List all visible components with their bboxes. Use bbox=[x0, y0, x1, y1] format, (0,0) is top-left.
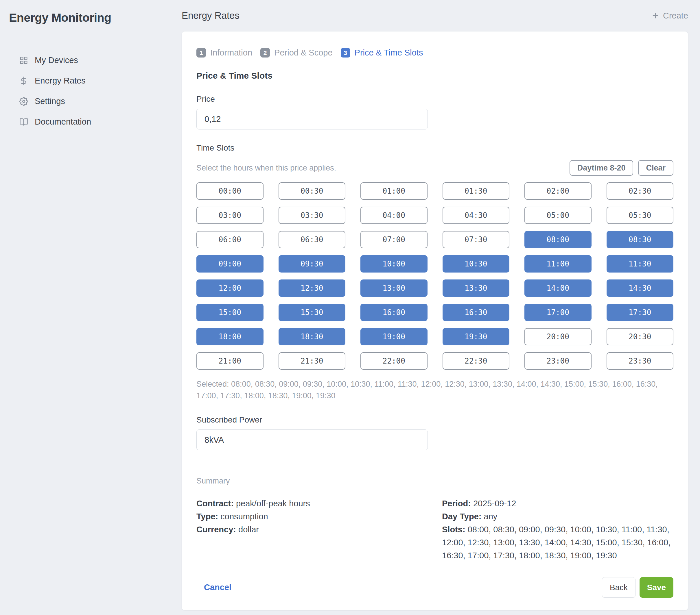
time-slot-button[interactable]: 23:00 bbox=[524, 352, 591, 370]
summary-slots: Slots: 08:00, 08:30, 09:00, 09:30, 10:00… bbox=[442, 523, 673, 562]
time-slot-button[interactable]: 06:30 bbox=[278, 231, 346, 248]
time-slot-button[interactable]: 20:30 bbox=[607, 328, 674, 345]
cancel-link[interactable]: Cancel bbox=[204, 582, 232, 592]
time-slot-button[interactable]: 15:30 bbox=[278, 304, 346, 321]
time-slots-actions: Daytime 8-20 Clear bbox=[570, 160, 673, 176]
time-slot-button[interactable]: 08:00 bbox=[524, 231, 591, 248]
time-slot-button[interactable]: 14:00 bbox=[524, 280, 591, 297]
summary-period: Period: 2025-09-12 bbox=[442, 497, 673, 510]
time-slot-button[interactable]: 01:30 bbox=[442, 182, 510, 200]
main-content: Energy Rates Create 1 Information 2 Peri… bbox=[182, 0, 688, 610]
step-label: Price & Time Slots bbox=[355, 48, 423, 57]
time-slot-button[interactable]: 03:00 bbox=[197, 207, 263, 224]
time-slot-button[interactable]: 23:30 bbox=[607, 352, 674, 370]
time-slot-button[interactable]: 03:30 bbox=[278, 207, 346, 224]
step-number-badge: 3 bbox=[341, 48, 350, 57]
sidebar-item-settings[interactable]: Settings bbox=[9, 91, 182, 112]
create-button-label: Create bbox=[663, 11, 688, 21]
time-slot-button[interactable]: 11:00 bbox=[524, 255, 591, 272]
step-price-time-slots[interactable]: 3 Price & Time Slots bbox=[341, 48, 423, 57]
time-slot-button[interactable]: 06:00 bbox=[197, 231, 263, 248]
time-slot-button[interactable]: 02:30 bbox=[607, 182, 674, 200]
time-slot-button[interactable]: 20:00 bbox=[524, 328, 591, 345]
dollar-icon bbox=[19, 76, 28, 86]
devices-grid-icon bbox=[19, 56, 28, 65]
save-button[interactable]: Save bbox=[639, 577, 673, 598]
time-slot-button[interactable]: 19:30 bbox=[442, 328, 510, 345]
summary-label: Summary bbox=[197, 477, 673, 486]
price-input[interactable] bbox=[197, 109, 428, 129]
time-slot-button[interactable]: 14:30 bbox=[607, 280, 674, 297]
time-slot-button[interactable]: 01:00 bbox=[360, 182, 427, 200]
step-period-scope[interactable]: 2 Period & Scope bbox=[260, 48, 333, 57]
time-slot-button[interactable]: 00:00 bbox=[197, 182, 263, 200]
sidebar: Energy Monitoring My Devices Energy Rate… bbox=[0, 0, 182, 132]
time-slot-button[interactable]: 18:30 bbox=[278, 328, 346, 345]
time-slot-button[interactable]: 07:00 bbox=[360, 231, 427, 248]
sidebar-item-energy-rates[interactable]: Energy Rates bbox=[9, 71, 182, 91]
time-slot-button[interactable]: 17:30 bbox=[607, 304, 674, 321]
step-label: Period & Scope bbox=[274, 48, 333, 57]
sidebar-item-label: My Devices bbox=[35, 55, 78, 65]
time-slot-button[interactable]: 19:00 bbox=[360, 328, 427, 345]
summary-type: Type: consumption bbox=[197, 510, 442, 523]
time-slot-button[interactable]: 05:00 bbox=[524, 207, 591, 224]
time-slot-button[interactable]: 05:30 bbox=[607, 207, 674, 224]
time-slot-button[interactable]: 22:30 bbox=[442, 352, 510, 370]
gear-icon bbox=[19, 97, 28, 106]
daytime-preset-button[interactable]: Daytime 8-20 bbox=[570, 160, 634, 176]
sidebar-item-my-devices[interactable]: My Devices bbox=[9, 50, 182, 71]
sidebar-item-label: Energy Rates bbox=[35, 76, 86, 86]
step-information[interactable]: 1 Information bbox=[197, 48, 252, 57]
step-label: Information bbox=[210, 48, 252, 57]
time-slot-button[interactable]: 21:30 bbox=[278, 352, 346, 370]
subscribed-power-input[interactable] bbox=[197, 430, 428, 450]
create-button[interactable]: Create bbox=[651, 11, 688, 21]
main-header: Energy Rates Create bbox=[182, 0, 688, 31]
time-slot-button[interactable]: 18:00 bbox=[197, 328, 263, 345]
selected-slots-text: Selected: 08:00, 08:30, 09:00, 09:30, 10… bbox=[197, 378, 673, 401]
summary-currency: Currency: dollar bbox=[197, 523, 442, 536]
sidebar-item-label: Documentation bbox=[35, 117, 91, 127]
book-icon bbox=[19, 117, 28, 127]
sidebar-nav: My Devices Energy Rates Settings Documen… bbox=[9, 50, 182, 132]
time-slot-button[interactable]: 04:00 bbox=[360, 207, 427, 224]
energy-monitoring-app: Energy Monitoring My Devices Energy Rate… bbox=[0, 0, 700, 615]
page-title: Energy Rates bbox=[182, 10, 239, 21]
time-slot-button[interactable]: 10:00 bbox=[360, 255, 427, 272]
time-slot-button[interactable]: 09:30 bbox=[278, 255, 346, 272]
step-number-badge: 1 bbox=[197, 48, 206, 57]
summary-right-column: Period: 2025-09-12 Day Type: any Slots: … bbox=[442, 497, 673, 562]
time-slot-button[interactable]: 11:30 bbox=[607, 255, 674, 272]
time-slot-button[interactable]: 08:30 bbox=[607, 231, 674, 248]
time-slot-button[interactable]: 12:00 bbox=[197, 280, 263, 297]
wizard-steps: 1 Information 2 Period & Scope 3 Price &… bbox=[197, 48, 673, 57]
time-slot-button[interactable]: 09:00 bbox=[197, 255, 263, 272]
section-title: Price & Time Slots bbox=[197, 71, 673, 81]
time-slot-grid: 00:0000:3001:0001:3002:0002:3003:0003:30… bbox=[197, 182, 673, 370]
summary-section: Contract: peak/off-peak hours Type: cons… bbox=[197, 497, 673, 562]
summary-day-type: Day Type: any bbox=[442, 510, 673, 523]
time-slot-button[interactable]: 15:00 bbox=[197, 304, 263, 321]
time-slot-button[interactable]: 07:30 bbox=[442, 231, 510, 248]
time-slot-button[interactable]: 00:30 bbox=[278, 182, 346, 200]
time-slot-button[interactable]: 10:30 bbox=[442, 255, 510, 272]
clear-slots-button[interactable]: Clear bbox=[638, 160, 673, 176]
time-slot-button[interactable]: 16:30 bbox=[442, 304, 510, 321]
time-slot-button[interactable]: 12:30 bbox=[278, 280, 346, 297]
time-slots-toolbar: Select the hours when this price applies… bbox=[197, 160, 673, 176]
time-slot-button[interactable]: 04:30 bbox=[442, 207, 510, 224]
time-slot-button[interactable]: 13:00 bbox=[360, 280, 427, 297]
divider bbox=[197, 466, 673, 466]
back-button[interactable]: Back bbox=[602, 577, 636, 598]
time-slot-button[interactable]: 22:00 bbox=[360, 352, 427, 370]
time-slot-button[interactable]: 16:00 bbox=[360, 304, 427, 321]
time-slot-button[interactable]: 21:00 bbox=[197, 352, 263, 370]
summary-contract: Contract: peak/off-peak hours bbox=[197, 497, 442, 510]
sidebar-item-documentation[interactable]: Documentation bbox=[9, 112, 182, 132]
time-slot-button[interactable]: 13:30 bbox=[442, 280, 510, 297]
plus-icon bbox=[651, 12, 660, 20]
time-slot-button[interactable]: 02:00 bbox=[524, 182, 591, 200]
wizard-footer: Cancel Back Save bbox=[197, 577, 673, 598]
time-slot-button[interactable]: 17:00 bbox=[524, 304, 591, 321]
